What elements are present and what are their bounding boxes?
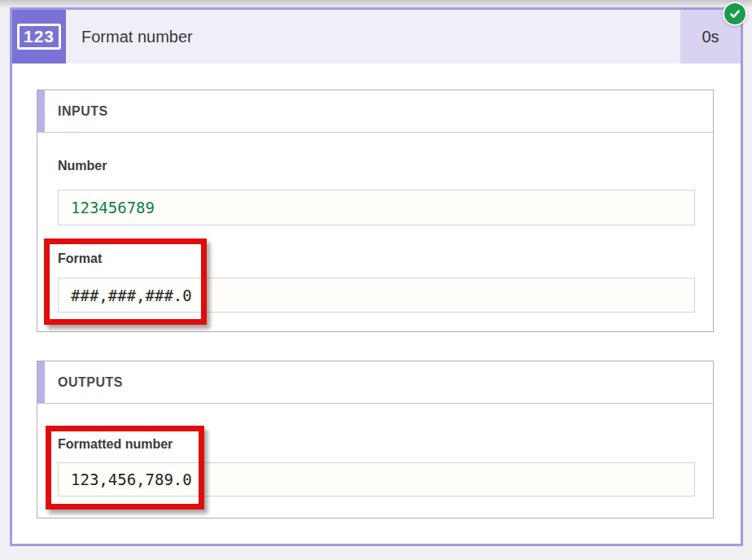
checkmark-icon [728, 7, 741, 20]
format-field-label: Format [58, 252, 102, 266]
number-field-label: Number [58, 159, 107, 173]
action-title: Format number [66, 10, 680, 63]
formatted-number-field-value: 123,456,789.0 [58, 462, 695, 497]
inputs-section-header: INPUTS [37, 90, 713, 133]
format-value-text: ###,###,###.0 [71, 287, 192, 304]
success-status-badge [723, 2, 747, 26]
outputs-section-header: OUTPUTS [37, 361, 713, 404]
123-icon: 123 [17, 24, 61, 50]
formatted-number-field-label: Formatted number [58, 437, 173, 452]
inputs-section: INPUTS Number 123456789 Format ###,###,#… [37, 90, 714, 332]
top-shadow-strip [0, 0, 752, 7]
number-field-value: 123456789 [58, 190, 695, 225]
format-field-value: ###,###,###.0 [58, 278, 695, 313]
number-value-text: 123456789 [71, 199, 155, 217]
outputs-section-title: OUTPUTS [58, 375, 123, 390]
formatted-number-value-text: 123,456,789.0 [71, 470, 192, 488]
format-number-action-icon: 123 [12, 10, 66, 63]
action-card: 123 Format number 0s INPUTS Number 12345… [10, 7, 743, 546]
outputs-section: OUTPUTS Formatted number 123,456,789.0 [37, 361, 714, 518]
action-header[interactable]: 123 Format number 0s [12, 10, 741, 63]
inputs-section-title: INPUTS [58, 104, 108, 119]
